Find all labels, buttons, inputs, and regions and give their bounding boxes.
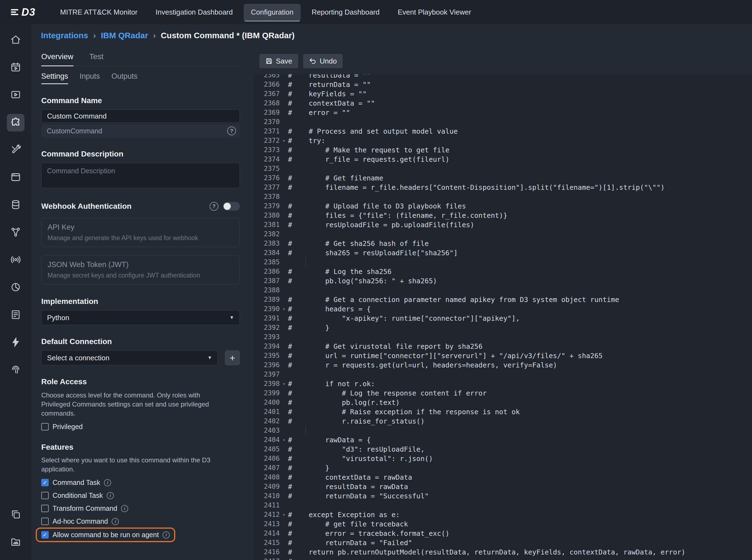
code-line[interactable]: 2414# error = traceback.format_exc() bbox=[253, 529, 752, 538]
checkbox-row-ad-hoc-command[interactable]: Ad-hoc Commandi bbox=[41, 517, 119, 525]
rail-item-database[interactable] bbox=[7, 196, 24, 214]
tab-overview[interactable]: Overview bbox=[41, 52, 74, 66]
rail-item-tools[interactable] bbox=[7, 141, 24, 159]
code-line[interactable]: 2372▾# try: bbox=[253, 136, 752, 145]
code-line[interactable]: 2369# error = "" bbox=[253, 108, 752, 117]
webhook-auth-toggle[interactable] bbox=[223, 202, 240, 211]
code-line[interactable]: 2378 bbox=[253, 192, 752, 201]
code-line[interactable]: 2416# return pb.returnOutputModel(result… bbox=[253, 547, 752, 557]
rail-item-schedule[interactable] bbox=[7, 59, 24, 77]
rail-item-window[interactable] bbox=[7, 169, 24, 186]
code-line[interactable]: 2381# resUploadFile = pb.uploadFile(file… bbox=[253, 220, 752, 229]
checkbox-row-allow-command-to-be-run-on-agent[interactable]: ✓Allow command to be run on agenti bbox=[36, 527, 175, 542]
checkbox-transform-command[interactable] bbox=[41, 505, 49, 512]
code-line[interactable]: 2388 bbox=[253, 285, 752, 295]
code-line[interactable]: 2390▾# headers = { bbox=[253, 304, 752, 314]
breadcrumb-item-ibm-qradar[interactable]: IBM QRadar bbox=[101, 31, 148, 40]
code-line[interactable]: 2393 bbox=[253, 332, 752, 342]
code-line[interactable]: 2395# url = runtime["connector"]["server… bbox=[253, 351, 752, 360]
rail-item-form[interactable] bbox=[7, 306, 24, 324]
add-connection-button[interactable]: + bbox=[225, 351, 240, 365]
code-line[interactable]: 2415# returnData = "Failed" bbox=[253, 538, 752, 547]
rail-item-broadcast[interactable] bbox=[7, 252, 24, 269]
code-line[interactable]: 2391# "x-apikey": runtime["connector"]["… bbox=[253, 314, 752, 323]
code-line[interactable]: 2386# # Log the sha256 bbox=[253, 267, 752, 276]
checkbox-allow-command-to-be-run-on-agent[interactable]: ✓ bbox=[41, 531, 49, 539]
code-line[interactable]: 2365# resultData = "" bbox=[253, 74, 752, 80]
code-line[interactable]: 2403 bbox=[253, 426, 752, 435]
code-line[interactable]: 2410# returnData = "Successful" bbox=[253, 491, 752, 501]
checkbox-conditional-task[interactable] bbox=[41, 492, 49, 499]
breadcrumb-item-integrations[interactable]: Integrations bbox=[41, 31, 88, 40]
undo-button[interactable]: Undo bbox=[303, 54, 343, 68]
nav-item-reporting-dashboard[interactable]: Reporting Dashboard bbox=[304, 4, 387, 21]
rail-item-video[interactable] bbox=[7, 86, 24, 104]
rail-item-puzzle[interactable] bbox=[7, 114, 24, 132]
command-description-input[interactable] bbox=[41, 163, 240, 188]
checkbox-ad-hoc-command[interactable] bbox=[41, 518, 49, 525]
rail-item-copy[interactable] bbox=[7, 506, 24, 524]
code-line[interactable]: 2406# "virustotal": r.json() bbox=[253, 454, 752, 463]
checkbox-command-task[interactable]: ✓ bbox=[41, 479, 49, 486]
subtab-inputs[interactable]: Inputs bbox=[80, 72, 100, 84]
code-line[interactable]: 2380# files = {"file": (filename, r_file… bbox=[253, 211, 752, 220]
d3-logo[interactable]: D3 bbox=[10, 6, 36, 18]
nav-item-event-playbook-viewer[interactable]: Event Playbook Viewer bbox=[391, 4, 478, 21]
fold-arrow-icon[interactable]: ▾ bbox=[280, 306, 288, 312]
subtab-outputs[interactable]: Outputs bbox=[111, 72, 138, 84]
code-line[interactable]: 2397 bbox=[253, 370, 752, 379]
code-line[interactable]: 2412▾# except Exception as e: bbox=[253, 510, 752, 519]
info-icon[interactable]: i bbox=[107, 492, 114, 499]
code-line[interactable]: 2404▾# rawData = { bbox=[253, 435, 752, 444]
code-editor[interactable]: 2365# resultData = ""2366# returnData = … bbox=[253, 74, 752, 560]
nav-item-investigation-dashboard[interactable]: Investigation Dashboard bbox=[148, 4, 240, 21]
code-line[interactable]: 2398▾# if not r.ok: bbox=[253, 379, 752, 388]
code-line[interactable]: 2374# r_file = requests.get(fileurl) bbox=[253, 155, 752, 164]
code-line[interactable]: 2367# keyFields = "" bbox=[253, 89, 752, 98]
code-line[interactable]: 2382 bbox=[253, 229, 752, 239]
nav-item-mitre-att-ck-monitor[interactable]: MITRE ATT&CK Monitor bbox=[53, 4, 145, 21]
rail-item-home[interactable] bbox=[7, 31, 24, 49]
help-icon[interactable]: ? bbox=[227, 126, 236, 135]
code-line[interactable]: 2401# # Raise exception if the response … bbox=[253, 407, 752, 416]
code-line[interactable]: 2399# # Log the response content if erro… bbox=[253, 388, 752, 398]
code-line[interactable]: 2392# } bbox=[253, 323, 752, 332]
code-line[interactable]: 2411 bbox=[253, 501, 752, 510]
code-line[interactable]: 2394# # Get virustotal file report by sh… bbox=[253, 342, 752, 351]
nav-item-configuration[interactable]: Configuration bbox=[244, 4, 301, 21]
code-line[interactable]: 2377# filename = r_file.headers["Content… bbox=[253, 183, 752, 192]
default-connection-select[interactable]: Select a connection ▼ bbox=[41, 351, 218, 365]
fold-arrow-icon[interactable]: ▾ bbox=[280, 138, 288, 143]
code-line[interactable]: 2413# # get file traceback bbox=[253, 519, 752, 529]
info-icon[interactable]: i bbox=[104, 479, 111, 486]
code-line[interactable]: 2417# bbox=[253, 557, 752, 560]
checkbox-row-command-task[interactable]: ✓Command Taski bbox=[41, 479, 111, 486]
help-icon[interactable]: ? bbox=[209, 202, 218, 211]
fold-arrow-icon[interactable]: ▾ bbox=[280, 381, 288, 386]
code-line[interactable]: 2402# r.raise_for_status() bbox=[253, 416, 752, 426]
code-line[interactable]: 2379# # Upload file to D3 playbook files bbox=[253, 201, 752, 211]
code-line[interactable]: 2375 bbox=[253, 164, 752, 173]
code-line[interactable]: 2366# returnData = "" bbox=[253, 80, 752, 89]
code-line[interactable]: 2383# # Get sha256 hash of file bbox=[253, 239, 752, 248]
rail-item-folder[interactable] bbox=[7, 534, 24, 551]
tab-test[interactable]: Test bbox=[89, 52, 103, 66]
code-line[interactable]: 2384# sha265 = resUploadFile["sha256"] bbox=[253, 248, 752, 257]
rail-item-fingerprint[interactable] bbox=[7, 361, 24, 379]
rail-item-bolt[interactable] bbox=[7, 334, 24, 352]
code-line[interactable]: 2370 bbox=[253, 117, 752, 126]
checkbox-privileged[interactable] bbox=[41, 423, 49, 431]
rail-item-pie[interactable] bbox=[7, 279, 24, 297]
info-icon[interactable]: i bbox=[163, 532, 170, 539]
info-icon[interactable]: i bbox=[112, 518, 119, 525]
rail-item-network[interactable] bbox=[7, 224, 24, 241]
code-line[interactable]: 2400# pb.log(r.text) bbox=[253, 398, 752, 407]
code-line[interactable]: 2405# "d3": resUploadFile, bbox=[253, 444, 752, 454]
code-line[interactable]: 2385 bbox=[253, 257, 752, 267]
command-name-input[interactable] bbox=[41, 109, 240, 123]
code-line[interactable]: 2387# pb.log("sha256: " + sha265) bbox=[253, 276, 752, 285]
code-line[interactable]: 2368# contextData = "" bbox=[253, 98, 752, 108]
code-line[interactable]: 2408# contextData = rawData bbox=[253, 473, 752, 482]
subtab-settings[interactable]: Settings bbox=[41, 72, 68, 84]
code-line[interactable]: 2376# # Get filename bbox=[253, 173, 752, 183]
